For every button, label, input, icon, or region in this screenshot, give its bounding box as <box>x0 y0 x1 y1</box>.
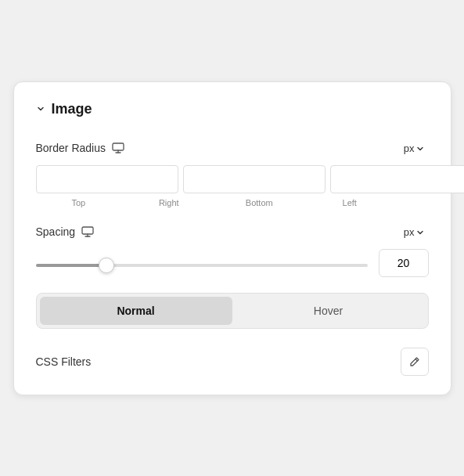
border-radius-unit-select[interactable]: px <box>399 139 429 157</box>
chevron-down-icon <box>416 142 424 154</box>
svg-rect-0 <box>113 143 124 150</box>
spacing-chevron-icon <box>416 226 424 238</box>
spacing-unit: px <box>404 226 415 238</box>
border-radius-bottom-input[interactable] <box>330 165 465 193</box>
section-header: Image <box>36 101 429 117</box>
border-radius-input-labels: Top Right Bottom Left <box>36 198 429 207</box>
right-label: Right <box>126 198 212 207</box>
css-filters-edit-button[interactable] <box>401 348 429 376</box>
border-radius-row: Border Radius px <box>36 139 429 157</box>
image-panel: Image Border Radius px <box>13 81 451 395</box>
normal-tab[interactable]: Normal <box>40 297 232 325</box>
bottom-label: Bottom <box>217 198 303 207</box>
border-radius-right-input[interactable] <box>183 165 326 193</box>
monitor-icon <box>112 142 124 153</box>
section-title: Image <box>52 101 92 117</box>
border-radius-text: Border Radius <box>36 142 106 154</box>
spacing-label: Spacing <box>36 225 95 238</box>
border-radius-inputs <box>36 165 429 193</box>
spacing-unit-select[interactable]: px <box>399 223 429 241</box>
hover-tab[interactable]: Hover <box>232 297 425 325</box>
spacing-row: Spacing px <box>36 223 429 241</box>
left-label: Left <box>307 198 393 207</box>
spacing-slider-container <box>36 256 368 270</box>
top-label: Top <box>36 198 122 207</box>
chevron-icon <box>36 104 45 114</box>
border-radius-top-input[interactable] <box>36 165 178 193</box>
svg-line-6 <box>415 359 418 361</box>
svg-rect-3 <box>82 227 93 234</box>
spacing-slider-row <box>36 249 429 277</box>
css-filters-label: CSS Filters <box>36 355 92 368</box>
spacing-text: Spacing <box>36 225 76 238</box>
spacing-monitor-icon <box>81 226 94 237</box>
border-radius-label: Border Radius <box>36 142 125 154</box>
state-toggle: Normal Hover <box>36 293 429 329</box>
spacing-value-input[interactable] <box>379 249 429 277</box>
css-filters-row: CSS Filters <box>36 348 429 376</box>
spacing-slider[interactable] <box>36 264 368 267</box>
border-radius-unit: px <box>404 142 415 154</box>
